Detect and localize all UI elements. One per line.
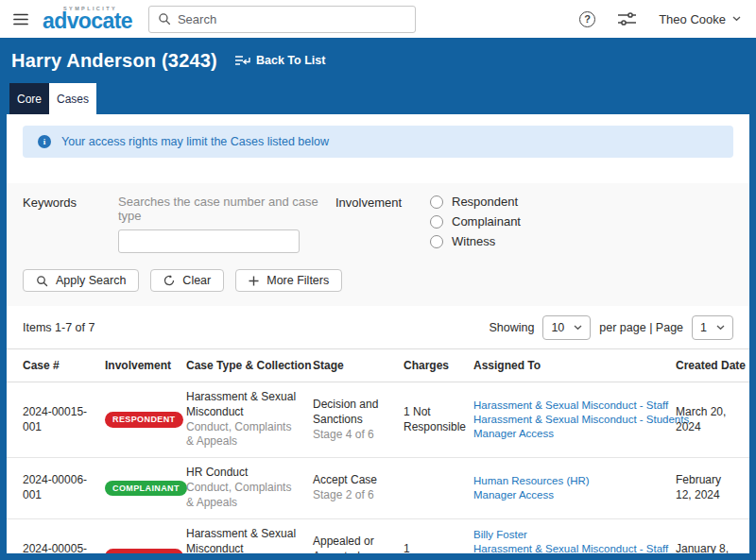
page-title: Harry Anderson (3243) bbox=[11, 50, 217, 72]
assigned-to-link[interactable]: Harassment & Sexual Misconduct - Staff bbox=[473, 542, 664, 553]
brand-advocate: advocate bbox=[43, 12, 132, 31]
chevron-down-icon bbox=[732, 16, 741, 22]
case-collection: Conduct, Complaints & Appeals bbox=[186, 420, 301, 450]
col-involvement: Involvement bbox=[105, 349, 186, 382]
keywords-label: Keywords bbox=[23, 195, 118, 253]
filter-panel: Keywords Searches the case number and ca… bbox=[7, 183, 749, 306]
settings-sliders-icon[interactable] bbox=[618, 12, 636, 25]
radio-circle[interactable] bbox=[430, 215, 443, 229]
cases-table: Case # Involvement Case Type & Collectio… bbox=[7, 348, 749, 553]
case-type: Harassment & Sexual Misconduct bbox=[186, 390, 301, 420]
charges: 1 Not Responsible bbox=[404, 382, 473, 458]
assigned-to-link[interactable]: Harassment & Sexual Misconduct - Staff bbox=[473, 399, 664, 413]
case-collection: Conduct, Complaints & Appeals bbox=[186, 481, 301, 511]
assigned-to-link[interactable]: Human Resources (HR) bbox=[473, 474, 664, 488]
back-to-list-link[interactable]: Back To List bbox=[234, 54, 325, 67]
title-bar: Harry Anderson (3243) Back To List bbox=[0, 38, 756, 83]
user-menu[interactable]: Theo Cooke bbox=[659, 12, 741, 26]
access-rights-banner: i Your access rights may limit the Cases… bbox=[23, 126, 733, 158]
tab-cases-label: Cases bbox=[57, 93, 89, 106]
assigned-to-cell: Human Resources (HR) Manager Access bbox=[473, 458, 676, 518]
table-row: 2024-00015-001 RESPONDENT Harassment & S… bbox=[7, 382, 749, 458]
radio-circle[interactable] bbox=[430, 195, 443, 209]
radio-respondent-label: Respondent bbox=[452, 195, 518, 209]
header-actions: ? Theo Cooke bbox=[579, 11, 741, 27]
case-number: 2024-00005-001 bbox=[7, 518, 105, 553]
tab-core-label: Core bbox=[17, 93, 42, 106]
search-icon bbox=[158, 12, 171, 25]
stage-detail: Stage 2 of 6 bbox=[313, 488, 392, 503]
table-row: 2024-00006-001 COMPLAINANT HR Conduct Co… bbox=[7, 458, 749, 518]
content-card: i Your access rights may limit the Cases… bbox=[7, 114, 749, 553]
involvement-badge: COMPLAINANT bbox=[105, 481, 187, 497]
search-input[interactable] bbox=[178, 12, 406, 26]
chevron-down-icon bbox=[716, 325, 725, 331]
assigned-to-cell: Billy Foster Harassment & Sexual Miscond… bbox=[473, 518, 676, 553]
case-type: HR Conduct bbox=[186, 466, 301, 481]
assigned-to-link[interactable]: Manager Access bbox=[473, 427, 664, 441]
page-value: 1 bbox=[700, 321, 707, 334]
per-page-select[interactable]: 10 bbox=[542, 315, 591, 340]
col-assigned-to: Assigned To bbox=[473, 349, 676, 382]
assigned-to-link[interactable]: Billy Foster bbox=[473, 528, 664, 542]
col-charges: Charges bbox=[404, 349, 473, 382]
clear-label: Clear bbox=[182, 274, 211, 287]
per-page-value: 10 bbox=[551, 321, 564, 334]
col-case-number: Case # bbox=[7, 349, 105, 382]
tab-core[interactable]: Core bbox=[9, 83, 49, 114]
apply-search-button[interactable]: Apply Search bbox=[23, 269, 139, 292]
stage: Decision and Sanctions bbox=[313, 398, 392, 428]
involvement-badge: RESPONDENT bbox=[105, 549, 183, 553]
global-search[interactable] bbox=[148, 6, 416, 33]
created-date: March 20, 2024 bbox=[676, 382, 749, 458]
more-filters-button[interactable]: More Filters bbox=[235, 269, 342, 292]
assigned-to-link[interactable]: Harassment & Sexual Misconduct - Student… bbox=[473, 413, 664, 427]
radio-respondent[interactable]: Respondent bbox=[430, 195, 521, 209]
keywords-input[interactable] bbox=[118, 229, 300, 253]
search-icon bbox=[36, 275, 48, 287]
reset-icon bbox=[163, 275, 175, 286]
assigned-to-link[interactable]: Manager Access bbox=[473, 488, 664, 502]
help-icon[interactable]: ? bbox=[579, 11, 595, 27]
more-filters-label: More Filters bbox=[266, 274, 329, 287]
radio-complainant-label: Complainant bbox=[452, 214, 521, 229]
radio-complainant[interactable]: Complainant bbox=[430, 214, 521, 229]
involvement-options: Respondent Complainant Witness bbox=[430, 195, 521, 253]
advocate-logo[interactable]: SYMPLICITY advocate bbox=[43, 7, 132, 31]
involvement-label: Involvement bbox=[335, 195, 430, 253]
hamburger-menu-icon[interactable] bbox=[11, 9, 30, 29]
created-date: January 8, 2024 bbox=[676, 518, 749, 553]
page-select[interactable]: 1 bbox=[692, 315, 733, 340]
back-to-list-icon bbox=[234, 55, 250, 67]
tab-cases[interactable]: Cases bbox=[49, 83, 96, 114]
case-number: 2024-00006-001 bbox=[7, 458, 105, 518]
radio-witness[interactable]: Witness bbox=[430, 234, 521, 248]
banner-text: Your access rights may limit the Cases l… bbox=[61, 135, 329, 148]
stage: Appealed or Accepted bbox=[313, 535, 392, 553]
stage-detail: Stage 4 of 6 bbox=[313, 428, 392, 443]
charges: 1 Responsible bbox=[404, 518, 473, 553]
involvement-badge: RESPONDENT bbox=[105, 412, 183, 428]
clear-button[interactable]: Clear bbox=[150, 269, 224, 292]
radio-witness-label: Witness bbox=[452, 234, 495, 248]
chevron-down-icon bbox=[574, 325, 582, 331]
col-case-type: Case Type & Collection bbox=[186, 349, 313, 382]
plus-icon bbox=[249, 276, 259, 286]
items-count: Items 1-7 of 7 bbox=[23, 321, 94, 334]
table-row: 2024-00005-001 RESPONDENT Harassment & S… bbox=[7, 518, 749, 553]
case-number: 2024-00015-001 bbox=[7, 382, 105, 458]
tab-strip: Core Cases bbox=[0, 83, 756, 114]
stage: Accept Case bbox=[313, 473, 392, 488]
assigned-to-cell: Harassment & Sexual Misconduct - Staff H… bbox=[473, 382, 676, 458]
pager: Showing 10 per page | Page 1 bbox=[489, 315, 733, 340]
col-created-date: Created Date bbox=[676, 349, 749, 382]
info-icon: i bbox=[38, 135, 51, 148]
table-header-row: Case # Involvement Case Type & Collectio… bbox=[7, 349, 749, 382]
showing-label: Showing bbox=[489, 321, 534, 334]
radio-circle[interactable] bbox=[430, 235, 443, 248]
results-toolbar: Items 1-7 of 7 Showing 10 per page | Pag… bbox=[7, 306, 749, 348]
created-date: February 12, 2024 bbox=[676, 458, 749, 518]
per-page-suffix: per page | Page bbox=[599, 321, 683, 334]
keywords-hint: Searches the case number and case type bbox=[118, 195, 335, 223]
charges bbox=[404, 458, 473, 518]
